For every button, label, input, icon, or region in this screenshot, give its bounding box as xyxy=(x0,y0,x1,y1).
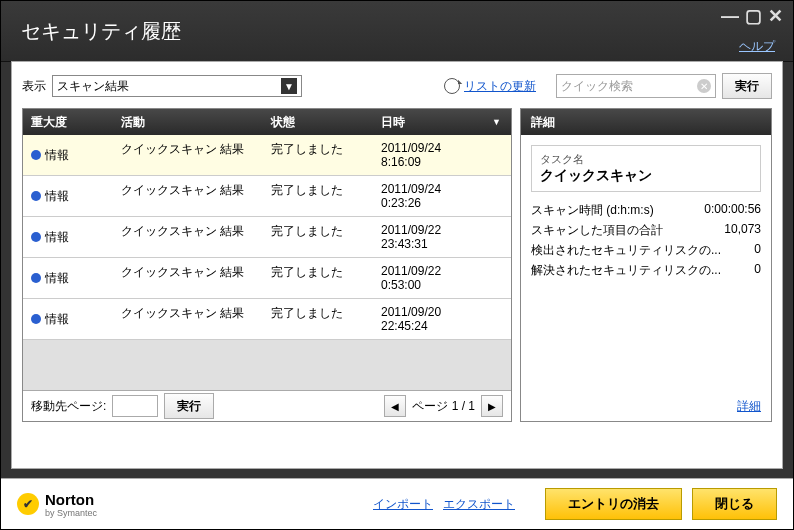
pager-label: 移動先ページ: xyxy=(31,398,106,415)
refresh-icon xyxy=(444,78,460,94)
grid-header: 重大度 活動 状態 日時 ▼ xyxy=(23,109,511,135)
maximize-icon[interactable]: ▢ xyxy=(745,7,762,25)
col-status[interactable]: 状態 xyxy=(271,114,381,131)
next-page-button[interactable]: ▶ xyxy=(481,395,503,417)
close-button[interactable]: 閉じる xyxy=(692,488,777,520)
info-dot-icon xyxy=(31,191,41,201)
filter-value: スキャン結果 xyxy=(57,78,129,95)
task-name: クイックスキャン xyxy=(540,167,752,185)
info-dot-icon xyxy=(31,150,41,160)
info-dot-icon xyxy=(31,232,41,242)
stat-row: スキャン時間 (d:h:m:s)0:00:00:56 xyxy=(531,202,761,219)
window-title: セキュリティ履歴 xyxy=(21,18,181,45)
table-row[interactable]: 情報クイックスキャン 結果完了しました2011/09/248:16:09 xyxy=(23,135,511,176)
brand: ✔ Norton by Symantec xyxy=(17,491,97,518)
content-area: 表示 スキャン結果 ▼ リストの更新 クイック検索 ✕ 実行 重大度 活動 状 xyxy=(11,61,783,469)
stat-row: スキャンした項目の合計10,073 xyxy=(531,222,761,239)
brand-sub: by Symantec xyxy=(45,508,97,518)
filter-row: 表示 スキャン結果 ▼ リストの更新 クイック検索 ✕ 実行 xyxy=(22,72,772,100)
grid-body[interactable]: 情報クイックスキャン 結果完了しました2011/09/248:16:09情報クイ… xyxy=(23,135,511,390)
page-input[interactable] xyxy=(112,395,158,417)
search-input[interactable]: クイック検索 ✕ xyxy=(556,74,716,98)
stat-row: 解決されたセキュリティリスクの...0 xyxy=(531,262,761,279)
brand-name: Norton xyxy=(45,491,97,508)
refresh-link[interactable]: リストの更新 xyxy=(444,78,536,95)
minimize-icon[interactable]: — xyxy=(721,7,739,25)
stat-row: 検出されたセキュリティリスクの...0 xyxy=(531,242,761,259)
results-pane: 重大度 活動 状態 日時 ▼ 情報クイックスキャン 結果完了しました2011/0… xyxy=(22,108,512,422)
chevron-down-icon: ▼ xyxy=(281,78,297,94)
pager-go-button[interactable]: 実行 xyxy=(164,393,214,419)
table-row[interactable]: 情報クイックスキャン 結果完了しました2011/09/240:23:26 xyxy=(23,176,511,217)
prev-page-button[interactable]: ◀ xyxy=(384,395,406,417)
clear-search-icon[interactable]: ✕ xyxy=(697,79,711,93)
table-row[interactable]: 情報クイックスキャン 結果完了しました2011/09/2022:45:24 xyxy=(23,299,511,340)
details-pane: 詳細 タスク名 クイックスキャン スキャン時間 (d:h:m:s)0:00:00… xyxy=(520,108,772,422)
titlebar: セキュリティ履歴 — ▢ ✕ ヘルプ xyxy=(1,1,793,62)
security-history-window: セキュリティ履歴 — ▢ ✕ ヘルプ 表示 スキャン結果 ▼ リストの更新 クイ… xyxy=(0,0,794,530)
sort-desc-icon: ▼ xyxy=(492,117,501,127)
import-link[interactable]: インポート xyxy=(373,496,433,513)
task-label: タスク名 xyxy=(540,152,752,167)
col-severity[interactable]: 重大度 xyxy=(23,114,121,131)
table-row[interactable]: 情報クイックスキャン 結果完了しました2011/09/220:53:00 xyxy=(23,258,511,299)
pager: 移動先ページ: 実行 ◀ ページ 1 / 1 ▶ xyxy=(23,390,511,421)
page-indicator: ページ 1 / 1 xyxy=(412,398,475,415)
search-go-button[interactable]: 実行 xyxy=(722,73,772,99)
footer: ✔ Norton by Symantec インポート エクスポート エントリの消… xyxy=(1,478,793,529)
close-icon[interactable]: ✕ xyxy=(768,7,783,25)
brand-check-icon: ✔ xyxy=(17,493,39,515)
filter-dropdown[interactable]: スキャン結果 ▼ xyxy=(52,75,302,97)
info-dot-icon xyxy=(31,273,41,283)
col-activity[interactable]: 活動 xyxy=(121,114,271,131)
refresh-label: リストの更新 xyxy=(464,78,536,95)
help-link[interactable]: ヘルプ xyxy=(739,38,775,55)
task-box: タスク名 クイックスキャン xyxy=(531,145,761,192)
filter-label: 表示 xyxy=(22,78,46,95)
details-header: 詳細 xyxy=(521,109,771,135)
stats-list: スキャン時間 (d:h:m:s)0:00:00:56スキャンした項目の合計10,… xyxy=(531,202,761,279)
table-row[interactable]: 情報クイックスキャン 結果完了しました2011/09/2223:43:31 xyxy=(23,217,511,258)
info-dot-icon xyxy=(31,314,41,324)
search-placeholder: クイック検索 xyxy=(561,78,633,95)
export-link[interactable]: エクスポート xyxy=(443,496,515,513)
col-datetime[interactable]: 日時 ▼ xyxy=(381,114,511,131)
details-more-link[interactable]: 詳細 xyxy=(521,392,771,421)
clear-entries-button[interactable]: エントリの消去 xyxy=(545,488,682,520)
